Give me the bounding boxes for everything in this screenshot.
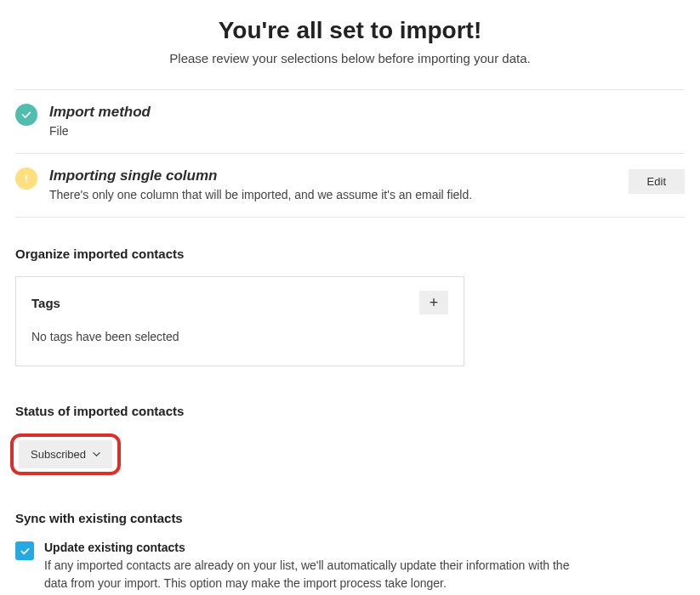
status-selected-label: Subscribed	[31, 448, 86, 461]
status-highlight: Subscribed	[10, 434, 121, 475]
svg-rect-1	[26, 181, 27, 183]
chevron-down-icon	[93, 450, 100, 458]
sync-title: Update existing contacts	[44, 541, 572, 554]
update-existing-checkbox[interactable]	[15, 541, 34, 560]
tags-title: Tags	[31, 296, 60, 310]
alert-icon	[15, 167, 37, 190]
import-method-row: Import method File	[15, 90, 685, 153]
sync-desc: If any imported contacts are already on …	[44, 557, 572, 592]
status-dropdown[interactable]: Subscribed	[19, 440, 112, 468]
import-method-content: Import method File	[49, 104, 685, 138]
organize-section: Organize imported contacts Tags + No tag…	[15, 246, 685, 366]
single-column-row: Importing single column There's only one…	[15, 154, 685, 217]
single-column-title: Importing single column	[49, 167, 629, 184]
import-method-value: File	[49, 124, 685, 138]
tags-empty-text: No tags have been selected	[31, 330, 448, 343]
plus-icon: +	[430, 295, 439, 310]
svg-rect-0	[26, 175, 27, 180]
organize-heading: Organize imported contacts	[15, 246, 685, 261]
divider	[15, 217, 685, 218]
page-title: You're all set to import!	[15, 17, 685, 44]
edit-button[interactable]: Edit	[629, 169, 685, 194]
single-column-content: Importing single column There's only one…	[49, 167, 629, 201]
add-tag-button[interactable]: +	[419, 291, 448, 314]
tags-header: Tags +	[31, 291, 448, 314]
status-section: Status of imported contacts Subscribed	[15, 404, 685, 475]
sync-section: Sync with existing contacts Update exist…	[15, 511, 685, 592]
sync-row: Update existing contacts If any imported…	[15, 541, 685, 592]
page-header: You're all set to import! Please review …	[15, 17, 685, 65]
sync-heading: Sync with existing contacts	[15, 511, 685, 525]
status-heading: Status of imported contacts	[15, 404, 685, 418]
page-subtitle: Please review your selections below befo…	[15, 51, 685, 65]
check-icon	[20, 546, 31, 557]
tags-card: Tags + No tags have been selected	[15, 276, 464, 366]
import-method-title: Import method	[49, 104, 685, 121]
single-column-desc: There's only one column that will be imp…	[49, 188, 629, 201]
sync-content: Update existing contacts If any imported…	[44, 541, 572, 592]
check-icon	[15, 104, 37, 126]
